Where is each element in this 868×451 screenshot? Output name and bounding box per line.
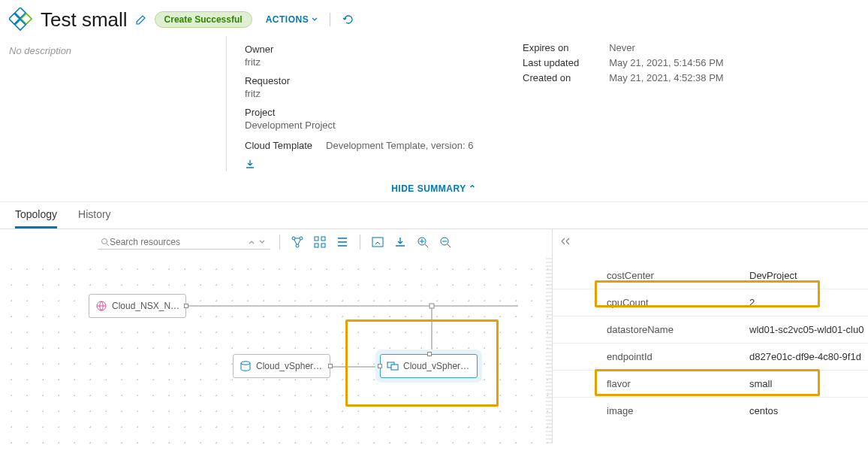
prop-row: datastoreName wld01-sc2vc05-wld01-clu0 (553, 316, 868, 344)
node-label: Cloud_NSX_N… (112, 301, 179, 311)
prop-key: image (607, 405, 749, 416)
created-value: May 21, 2021, 4:52:38 PM (609, 72, 723, 83)
search-icon (101, 238, 110, 247)
node-port[interactable] (184, 304, 188, 308)
prop-key: datastoreName (607, 324, 749, 335)
owner-value: fritz (245, 56, 523, 68)
status-badge: Create Successful (155, 11, 252, 28)
summary: No description Owner fritz Requestor fri… (0, 36, 868, 177)
requestor-value: fritz (245, 88, 523, 99)
divider (330, 13, 330, 26)
search-input[interactable] (110, 237, 246, 247)
prop-row: cpuCount 2 (553, 289, 868, 316)
export-icon[interactable] (392, 234, 408, 250)
hide-summary-toggle[interactable]: HIDE SUMMARY ⌃ (0, 177, 868, 201)
tab-topology[interactable]: Topology (15, 202, 57, 229)
svg-point-20 (241, 362, 250, 365)
download-icon[interactable] (245, 159, 255, 169)
svg-point-4 (102, 238, 107, 244)
topology-canvas[interactable]: Cloud_NSX_N… Cloud_vSpher… Cloud_vSpher… (0, 258, 552, 443)
prop-val: d827e01c-df9e-4c80-9f1d (749, 351, 868, 362)
canvas-area: Cloud_NSX_N… Cloud_vSpher… Cloud_vSpher… (0, 229, 553, 443)
svg-point-6 (300, 237, 303, 240)
svg-rect-18 (429, 304, 434, 308)
edit-icon[interactable] (135, 14, 147, 26)
svg-rect-9 (321, 237, 325, 241)
tabs: Topology History (0, 201, 868, 229)
zoom-in-icon[interactable] (414, 234, 431, 250)
project-value: Development Project (245, 120, 523, 131)
deployment-logo-icon (9, 8, 33, 32)
hide-summary-label: HIDE SUMMARY (391, 183, 466, 194)
prop-key: endpointId (607, 351, 749, 362)
resize-handle[interactable] (546, 258, 552, 443)
created-label: Created on (523, 72, 579, 83)
node-port[interactable] (427, 352, 432, 356)
template-label: Cloud Template (245, 140, 312, 151)
expires-value: Never (609, 42, 723, 53)
network-icon (95, 300, 107, 312)
svg-point-5 (292, 237, 295, 240)
actions-dropdown[interactable]: ACTIONS (266, 14, 318, 25)
grid-view-icon[interactable] (312, 234, 328, 250)
project-label: Project (245, 107, 523, 118)
canvas-toolbar (0, 229, 552, 255)
svg-rect-10 (315, 244, 318, 247)
vm-icon (387, 360, 399, 372)
prop-row: image centos (553, 398, 868, 424)
prop-val: centos (749, 405, 868, 416)
prop-val: 2 (749, 297, 868, 308)
node-label: Cloud_vSpher… (403, 361, 469, 371)
svg-rect-11 (321, 244, 325, 247)
description: No description (9, 36, 227, 171)
zoom-out-icon[interactable] (437, 234, 454, 250)
fit-screen-icon[interactable] (369, 234, 386, 250)
search-box[interactable] (98, 235, 270, 250)
next-result-icon[interactable] (257, 238, 267, 246)
prop-key: costCenter (607, 270, 749, 281)
prop-row: endpointId d827e01c-df9e-4c80-9f1d (553, 344, 868, 371)
node-nsx-network[interactable]: Cloud_NSX_N… (89, 294, 186, 318)
prop-row: costCenter DevProject (553, 262, 868, 289)
workspace: Cloud_NSX_N… Cloud_vSpher… Cloud_vSpher… (0, 229, 868, 443)
tab-history[interactable]: History (78, 202, 111, 229)
prop-key: cpuCount (607, 297, 749, 308)
prop-val: wld01-sc2vc05-wld01-clu0 (749, 324, 868, 335)
updated-label: Last updated (523, 57, 579, 68)
node-vsphere-disk[interactable]: Cloud_vSpher… (233, 354, 330, 378)
svg-rect-22 (391, 365, 398, 370)
page-title: Test small (41, 8, 128, 32)
updated-value: May 21, 2021, 5:14:56 PM (609, 57, 723, 68)
node-port[interactable] (328, 364, 333, 368)
header: Test small Create Successful ACTIONS (0, 0, 868, 36)
prev-result-icon[interactable] (246, 238, 257, 246)
disk-icon (240, 360, 252, 372)
properties-panel: costCenter DevProject cpuCount 2 datasto… (553, 229, 868, 443)
prop-val: small (749, 378, 868, 389)
svg-rect-8 (315, 237, 318, 241)
requestor-label: Requestor (245, 75, 523, 86)
divider (279, 235, 280, 250)
prop-key: flavor (607, 378, 749, 389)
svg-point-7 (296, 244, 299, 247)
node-label: Cloud_vSpher… (256, 361, 322, 371)
list-view-icon[interactable] (334, 234, 351, 250)
collapse-panel-icon[interactable] (560, 237, 572, 246)
chevron-down-icon (312, 17, 318, 23)
chevron-up-icon: ⌃ (469, 183, 477, 194)
expires-label: Expires on (523, 42, 579, 53)
node-port[interactable] (378, 364, 382, 368)
node-vsphere-vm[interactable]: Cloud_vSpher… (380, 354, 478, 378)
template-value: Development Template, version: 6 (326, 140, 473, 151)
prop-val: DevProject (749, 270, 868, 281)
owner-label: Owner (245, 44, 523, 55)
prop-row: flavor small (553, 371, 868, 398)
actions-label: ACTIONS (266, 14, 309, 25)
properties-table: costCenter DevProject cpuCount 2 datasto… (553, 262, 868, 424)
divider (360, 235, 360, 250)
topology-view-icon[interactable] (289, 234, 306, 250)
refresh-icon[interactable] (342, 14, 354, 26)
